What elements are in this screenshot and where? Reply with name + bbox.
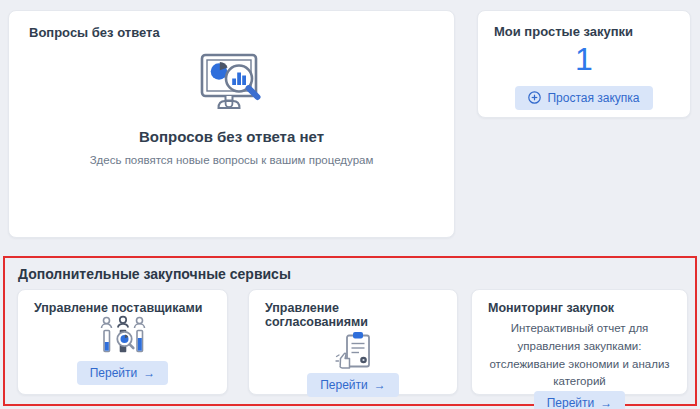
service-card-title: Управление поставщиками bbox=[34, 301, 202, 315]
service-card-description: Интерактивный отчет для управления закуп… bbox=[484, 320, 676, 391]
go-button[interactable]: Перейти → bbox=[534, 391, 626, 409]
approvals-clipboard-icon bbox=[328, 329, 378, 373]
arrow-right-icon: → bbox=[600, 396, 612, 409]
go-button[interactable]: Перейти → bbox=[77, 361, 169, 385]
service-card-title: Управление согласованиями bbox=[265, 301, 441, 329]
plus-circle-icon bbox=[528, 91, 541, 104]
simple-purchases-card: Мои простые закупки 1 Простая закупка bbox=[477, 10, 691, 118]
go-button-label: Перейти bbox=[320, 378, 368, 392]
arrow-right-icon: → bbox=[374, 378, 386, 392]
empty-state-subtitle: Здесь появятся новые вопросы к вашим про… bbox=[90, 154, 374, 166]
arrow-right-icon: → bbox=[143, 366, 155, 380]
purchases-card-title: Мои простые закупки bbox=[494, 24, 674, 39]
go-button-label: Перейти bbox=[547, 396, 595, 409]
dashboard-page: { "colors": { "page_bg": "#edeff4", "acc… bbox=[0, 0, 700, 409]
suppliers-audit-icon bbox=[96, 315, 150, 361]
questions-card-title: Вопросы без ответа bbox=[29, 25, 434, 40]
go-button[interactable]: Перейти → bbox=[307, 373, 399, 397]
go-button-label: Перейти bbox=[90, 366, 138, 380]
empty-state-title: Вопросов без ответа нет bbox=[139, 128, 324, 145]
service-card-approvals: Управление согласованиями Перейти bbox=[248, 289, 458, 395]
monitor-analytics-icon bbox=[192, 52, 272, 118]
services-section-highlight: Дополнительные закупочные сервисы Управл… bbox=[3, 256, 697, 406]
service-card-suppliers: Управление поставщиками bbox=[17, 289, 228, 395]
purchases-count-link[interactable]: 1 bbox=[494, 43, 674, 77]
service-card-title: Мониторинг закупок bbox=[488, 301, 614, 315]
service-card-monitoring: Мониторинг закупок Интерактивный отчет д… bbox=[471, 289, 688, 395]
services-section-title: Дополнительные закупочные сервисы bbox=[18, 266, 291, 282]
simple-purchase-button-label: Простая закупка bbox=[547, 91, 639, 105]
simple-purchase-button[interactable]: Простая закупка bbox=[515, 86, 652, 110]
questions-card: Вопросы без ответа Вопросов без ответа н… bbox=[8, 10, 455, 238]
